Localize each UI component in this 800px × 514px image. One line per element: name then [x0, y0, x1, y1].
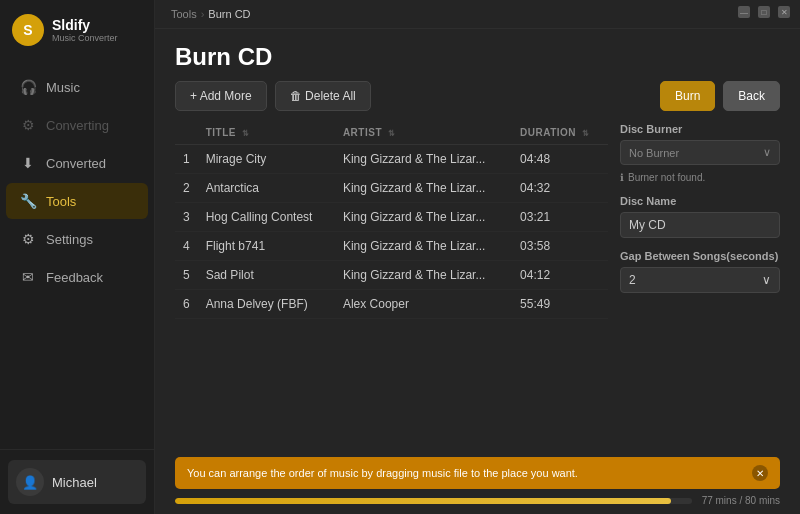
burner-select[interactable]: No Burner ∨ [620, 140, 780, 165]
app-container: S Sldify Music Converter 🎧 Music ⚙ Conve… [0, 0, 800, 514]
sidebar-item-tools[interactable]: 🔧 Tools [6, 183, 148, 219]
gap-value: 2 [629, 273, 636, 287]
user-profile[interactable]: 👤 Michael [8, 460, 146, 504]
sidebar-item-settings[interactable]: ⚙ Settings [6, 221, 148, 257]
download-icon: ⬇ [20, 155, 36, 171]
sidebar-converted-label: Converted [46, 156, 106, 171]
track-artist: King Gizzard & The Lizar... [335, 203, 512, 232]
info-icon: ℹ [620, 172, 624, 183]
sidebar-item-music[interactable]: 🎧 Music [6, 69, 148, 105]
track-artist: King Gizzard & The Lizar... [335, 145, 512, 174]
track-duration: 03:58 [512, 232, 608, 261]
main-content: Tools › Burn CD Burn CD + Add More 🗑 Del… [155, 0, 800, 514]
gap-input[interactable]: 2 ∨ [620, 267, 780, 293]
sidebar-item-converting: ⚙ Converting [6, 107, 148, 143]
sidebar-converting-label: Converting [46, 118, 109, 133]
add-more-button[interactable]: + Add More [175, 81, 267, 111]
track-number: 1 [175, 145, 198, 174]
toolbar: + Add More 🗑 Delete All Burn Back [155, 81, 800, 121]
delete-all-button[interactable]: 🗑 Delete All [275, 81, 371, 111]
gap-label: Gap Between Songs(seconds) [620, 250, 780, 262]
close-button[interactable]: ✕ [778, 6, 790, 18]
maximize-button[interactable]: □ [758, 6, 770, 18]
gear-icon: ⚙ [20, 117, 36, 133]
burn-button[interactable]: Burn [660, 81, 715, 111]
minimize-button[interactable]: — [738, 6, 750, 18]
track-title: Anna Delvey (FBF) [198, 290, 335, 319]
table-row[interactable]: 6 Anna Delvey (FBF) Alex Cooper 55:49 [175, 290, 608, 319]
disc-name-value: My CD [629, 218, 666, 232]
track-duration: 55:49 [512, 290, 608, 319]
no-burner-text: No Burner [629, 147, 679, 159]
track-table: TITLE ⇅ ARTIST ⇅ DURATION ⇅ [175, 121, 608, 319]
sidebar-music-label: Music [46, 80, 80, 95]
burner-not-found-text: Burner not found. [628, 172, 705, 183]
logo-subtitle: Music Converter [52, 33, 118, 43]
artist-sort-icon: ⇅ [388, 129, 396, 138]
bottom-area: You can arrange the order of music by dr… [155, 449, 800, 514]
col-title: TITLE ⇅ [198, 121, 335, 145]
track-list-area: TITLE ⇅ ARTIST ⇅ DURATION ⇅ [175, 121, 608, 449]
track-duration: 04:12 [512, 261, 608, 290]
mail-icon: ✉ [20, 269, 36, 285]
track-number: 4 [175, 232, 198, 261]
sidebar-footer: 👤 Michael [0, 449, 154, 514]
page-title: Burn CD [175, 43, 780, 71]
track-title: Mirage City [198, 145, 335, 174]
gap-section: Gap Between Songs(seconds) 2 ∨ [620, 250, 780, 293]
disc-name-label: Disc Name [620, 195, 780, 207]
window-controls: — □ ✕ [738, 6, 790, 18]
table-row[interactable]: 4 Flight b741 King Gizzard & The Lizar..… [175, 232, 608, 261]
sidebar-tools-label: Tools [46, 194, 76, 209]
tools-icon: 🔧 [20, 193, 36, 209]
table-row[interactable]: 5 Sad Pilot King Gizzard & The Lizar... … [175, 261, 608, 290]
disc-name-section: Disc Name My CD [620, 195, 780, 238]
progress-label: 77 mins / 80 mins [702, 495, 780, 506]
track-artist: King Gizzard & The Lizar... [335, 232, 512, 261]
app-wrapper: S Sldify Music Converter 🎧 Music ⚙ Conve… [0, 0, 800, 514]
disc-burner-label: Disc Burner [620, 123, 780, 135]
page-header: Burn CD [155, 29, 800, 81]
content-area: TITLE ⇅ ARTIST ⇅ DURATION ⇅ [155, 121, 800, 449]
track-artist: Alex Cooper [335, 290, 512, 319]
sidebar-item-feedback[interactable]: ✉ Feedback [6, 259, 148, 295]
info-banner: You can arrange the order of music by dr… [175, 457, 780, 489]
track-title: Flight b741 [198, 232, 335, 261]
table-row[interactable]: 3 Hog Calling Contest King Gizzard & The… [175, 203, 608, 232]
disc-name-input[interactable]: My CD [620, 212, 780, 238]
track-number: 2 [175, 174, 198, 203]
chevron-down-icon: ∨ [763, 146, 771, 159]
table-row[interactable]: 1 Mirage City King Gizzard & The Lizar..… [175, 145, 608, 174]
sidebar-nav: 🎧 Music ⚙ Converting ⬇ Converted 🔧 Tools… [0, 60, 154, 449]
sidebar-settings-label: Settings [46, 232, 93, 247]
back-button[interactable]: Back [723, 81, 780, 111]
burner-note: ℹ Burner not found. [620, 172, 780, 183]
breadcrumb-separator: › [201, 8, 205, 20]
track-artist: King Gizzard & The Lizar... [335, 174, 512, 203]
track-duration: 03:21 [512, 203, 608, 232]
info-banner-close-button[interactable]: ✕ [752, 465, 768, 481]
user-name: Michael [52, 475, 97, 490]
logo-text: Sldify Music Converter [52, 17, 118, 44]
breadcrumb: Tools › Burn CD [155, 0, 800, 29]
chevron-down-icon-2: ∨ [762, 273, 771, 287]
progress-fill [175, 498, 671, 504]
settings-icon: ⚙ [20, 231, 36, 247]
col-duration: DURATION ⇅ [512, 121, 608, 145]
track-number: 3 [175, 203, 198, 232]
table-row[interactable]: 2 Antarctica King Gizzard & The Lizar...… [175, 174, 608, 203]
track-number: 5 [175, 261, 198, 290]
logo-title: Sldify [52, 17, 118, 34]
track-duration: 04:32 [512, 174, 608, 203]
track-artist: King Gizzard & The Lizar... [335, 261, 512, 290]
track-title: Antarctica [198, 174, 335, 203]
sidebar-logo: S Sldify Music Converter [0, 0, 154, 60]
sidebar-item-converted[interactable]: ⬇ Converted [6, 145, 148, 181]
headphones-icon: 🎧 [20, 79, 36, 95]
sidebar-feedback-label: Feedback [46, 270, 103, 285]
app-logo-icon: S [12, 14, 44, 46]
disc-burner-section: Disc Burner No Burner ∨ ℹ Burner not fou… [620, 123, 780, 183]
progress-track [175, 498, 692, 504]
col-artist: ARTIST ⇅ [335, 121, 512, 145]
track-duration: 04:48 [512, 145, 608, 174]
